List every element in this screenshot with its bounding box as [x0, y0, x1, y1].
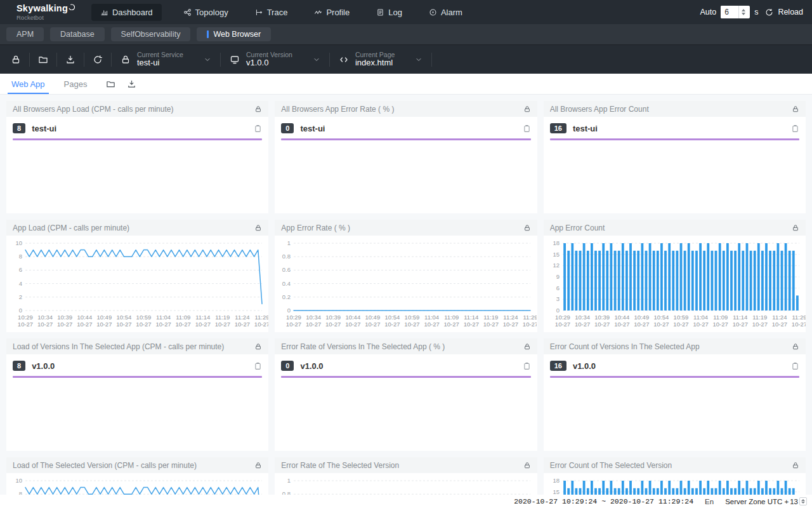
lock-edit-button[interactable] — [3, 55, 29, 65]
card-load-of-versions: Load of Versions In The Selected App (CP… — [6, 338, 268, 451]
current-version-selector[interactable]: Current Version v1.0.0 — [221, 51, 329, 68]
reload-button[interactable]: Reload — [778, 8, 803, 17]
card-header: App Error Rate ( % ) — [275, 220, 537, 236]
list-item[interactable]: 0 v1.0.0 — [275, 354, 537, 374]
list-item[interactable]: 16 test-ui — [544, 117, 806, 137]
tab-label: APM — [16, 30, 34, 39]
lock-icon[interactable] — [523, 224, 531, 232]
item-label: v1.0.0 — [300, 361, 323, 371]
export-download-button[interactable] — [57, 55, 84, 65]
copy-icon[interactable] — [254, 362, 262, 370]
svg-text:0: 0 — [287, 307, 291, 314]
svg-text:10:44: 10:44 — [346, 314, 361, 321]
svg-text:10-27: 10-27 — [136, 321, 151, 328]
lock-icon[interactable] — [523, 462, 531, 469]
nav-item-log[interactable]: Log — [371, 4, 407, 21]
card-title: Error Rate of Versions In The Selected A… — [281, 342, 523, 351]
copy-icon[interactable] — [791, 362, 799, 370]
nav-item-dashboard[interactable]: Dashboard — [91, 4, 162, 21]
card-title: Error Count of Versions In The Selected … — [550, 342, 792, 351]
auto-refresh-stepper[interactable] — [738, 6, 748, 18]
svg-text:0: 0 — [19, 307, 22, 314]
current-page-selector[interactable]: Current Page index.html — [330, 51, 431, 68]
server-zone-label: Server Zone UTC + — [725, 498, 789, 505]
auto-refresh-input[interactable] — [721, 6, 738, 18]
lock-icon[interactable] — [792, 343, 799, 351]
nav-item-topology[interactable]: Topology — [178, 4, 233, 21]
svg-text:10-27: 10-27 — [345, 321, 360, 328]
svg-text:10-27: 10-27 — [503, 321, 518, 328]
language-selector[interactable]: En — [705, 498, 714, 505]
download-icon[interactable] — [127, 79, 136, 89]
nav-item-profile[interactable]: Profile — [309, 4, 355, 21]
lock-icon[interactable] — [523, 343, 531, 351]
server-zone-stepper[interactable] — [799, 497, 807, 505]
reload-icon[interactable] — [765, 8, 773, 17]
selected-indicator-bar — [281, 138, 530, 140]
copy-icon[interactable] — [523, 124, 531, 133]
server-zone-control: Server Zone UTC +13 — [725, 497, 807, 505]
svg-text:1: 1 — [287, 239, 291, 246]
copy-icon[interactable] — [523, 362, 531, 370]
svg-text:11:09: 11:09 — [444, 314, 459, 321]
current-service-selector[interactable]: Current Service test-ui — [112, 51, 220, 68]
svg-text:9: 9 — [556, 273, 559, 280]
tab-label: Web App — [11, 79, 45, 89]
dashboard-tab-selfobservability[interactable]: SelfObservability — [111, 27, 191, 41]
tab-web-app[interactable]: Web App — [8, 74, 49, 94]
svg-text:10-27: 10-27 — [732, 321, 747, 328]
dashboard-grid: All Browsers App Load (CPM - calls per m… — [0, 95, 812, 508]
copy-icon[interactable] — [791, 124, 799, 133]
svg-text:10-27: 10-27 — [96, 321, 112, 328]
card-all-browsers-app-error-count: All Browsers App Error Count 16 test-ui — [544, 101, 806, 213]
dashboard-tab-apm[interactable]: APM — [6, 27, 44, 41]
lock-icon[interactable] — [254, 224, 262, 232]
list-item[interactable]: 8 v1.0.0 — [6, 354, 268, 374]
list-item[interactable]: 8 test-ui — [6, 117, 268, 137]
dashboard-tab-database[interactable]: Database — [50, 27, 105, 41]
copy-icon[interactable] — [254, 124, 262, 133]
svg-text:11:24: 11:24 — [772, 314, 787, 321]
svg-text:11:24: 11:24 — [504, 314, 518, 321]
selected-indicator-bar — [13, 138, 262, 140]
card-header: Error Rate of Versions In The Selected A… — [275, 338, 537, 354]
comet-icon — [69, 4, 75, 10]
svg-text:0.8: 0.8 — [282, 253, 291, 260]
tab-label: Pages — [64, 79, 88, 89]
lock-icon[interactable] — [792, 224, 799, 232]
toolbar-divider — [431, 53, 432, 67]
card-header: Error Count of Versions In The Selected … — [544, 338, 806, 354]
svg-text:10:29: 10:29 — [286, 314, 301, 321]
svg-text:1: 1 — [287, 477, 291, 484]
list-item[interactable]: 16 v1.0.0 — [544, 354, 806, 374]
svg-text:10:54: 10:54 — [117, 314, 132, 321]
svg-text:10:49: 10:49 — [365, 314, 381, 321]
svg-text:11:14: 11:14 — [195, 314, 210, 321]
svg-text:11:19: 11:19 — [484, 314, 499, 321]
nav-item-trace[interactable]: Trace — [250, 4, 293, 21]
nav-item-label: Dashboard — [112, 8, 153, 17]
lock-icon[interactable] — [792, 462, 799, 469]
card-title: App Error Count — [550, 224, 792, 232]
card-title: All Browsers App Load (CPM - calls per m… — [13, 105, 254, 114]
dashboard-tab-web-browser[interactable]: Web Browser — [197, 27, 271, 41]
time-range-picker[interactable]: 2020-10-27 10:29:24 ~ 2020-10-27 11:29:2… — [514, 497, 693, 505]
svg-text:10-27: 10-27 — [673, 321, 688, 328]
list-item[interactable]: 0 test-ui — [275, 117, 537, 137]
card-app-error-rate-chart: App Error Rate ( % ) 00.20.40.60.8110:29… — [275, 220, 537, 332]
svg-text:10:59: 10:59 — [405, 314, 420, 321]
nav-item-alarm[interactable]: Alarm — [424, 4, 468, 21]
import-folder-button[interactable] — [30, 55, 56, 65]
tab-pages[interactable]: Pages — [60, 74, 91, 94]
folder-icon[interactable] — [106, 79, 115, 89]
svg-text:10:39: 10:39 — [326, 314, 341, 321]
lock-icon[interactable] — [254, 462, 262, 469]
lock-icon[interactable] — [254, 105, 262, 113]
svg-text:10-27: 10-27 — [57, 321, 72, 328]
lock-icon[interactable] — [523, 105, 531, 113]
refresh-templates-button[interactable] — [84, 55, 111, 65]
svg-text:11:29: 11:29 — [523, 314, 537, 321]
lock-icon[interactable] — [792, 105, 799, 113]
lock-icon[interactable] — [254, 343, 262, 351]
svg-text:10-27: 10-27 — [235, 321, 250, 328]
